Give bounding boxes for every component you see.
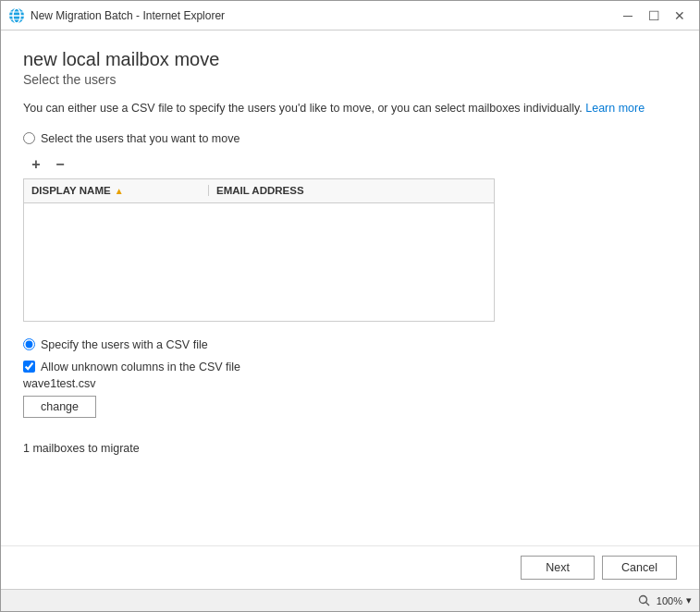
page-title: new local mailbox move xyxy=(23,49,677,70)
change-button[interactable]: change xyxy=(23,396,96,418)
table-body xyxy=(24,203,494,322)
radio-csv-label: Specify the users with a CSV file xyxy=(41,338,208,351)
col-email-address: EMAIL ADDRESS xyxy=(209,185,494,196)
next-button[interactable]: Next xyxy=(521,556,595,580)
description-text: You can either use a CSV file to specify… xyxy=(23,100,677,117)
remove-button[interactable]: − xyxy=(49,154,71,175)
mailbox-count: 1 mailboxes to migrate xyxy=(23,442,677,455)
window-controls: ─ ☐ ✕ xyxy=(616,6,692,26)
radio-select-users-option[interactable]: Select the users that you want to move xyxy=(23,132,677,145)
status-bar: 100% ▾ xyxy=(1,589,699,611)
bottom-bar: Next Cancel xyxy=(1,545,699,589)
col-display-name: DISPLAY NAME ▲ xyxy=(24,185,209,196)
description-before-link: You can either use a CSV file to specify… xyxy=(23,102,585,115)
csv-section: Allow unknown columns in the CSV file wa… xyxy=(23,361,677,418)
zoom-level xyxy=(638,594,653,606)
zoom-control: 100% ▾ xyxy=(638,594,692,606)
learn-more-link[interactable]: Learn more xyxy=(585,102,645,115)
window-title: New Migration Batch - Internet Explorer xyxy=(31,9,616,22)
table-toolbar: + − xyxy=(23,154,677,175)
radio-select-users-label: Select the users that you want to move xyxy=(41,132,239,145)
close-button[interactable]: ✕ xyxy=(668,6,692,26)
add-button[interactable]: + xyxy=(25,154,47,175)
ie-icon xyxy=(8,7,25,24)
zoom-dropdown-button[interactable]: ▾ xyxy=(686,594,692,606)
checkbox-unknown-cols[interactable] xyxy=(23,361,35,373)
page-subtitle: Select the users xyxy=(23,72,677,87)
sort-arrow-icon: ▲ xyxy=(115,186,124,196)
main-content: new local mailbox move Select the users … xyxy=(1,31,699,545)
cancel-button[interactable]: Cancel xyxy=(602,556,677,580)
svg-line-6 xyxy=(645,602,649,606)
title-bar: New Migration Batch - Internet Explorer … xyxy=(1,1,699,31)
csv-filename: wave1test.csv xyxy=(23,377,677,390)
checkbox-unknown-cols-option[interactable]: Allow unknown columns in the CSV file xyxy=(23,361,677,373)
table-header: DISPLAY NAME ▲ EMAIL ADDRESS xyxy=(24,179,494,203)
svg-point-5 xyxy=(639,595,646,603)
radio-select-users[interactable] xyxy=(23,132,35,144)
radio-csv[interactable] xyxy=(23,338,35,350)
minimize-button[interactable]: ─ xyxy=(616,6,640,26)
users-table: DISPLAY NAME ▲ EMAIL ADDRESS xyxy=(23,178,495,322)
main-window: New Migration Batch - Internet Explorer … xyxy=(0,0,700,612)
checkbox-unknown-cols-label: Allow unknown columns in the CSV file xyxy=(41,361,240,373)
zoom-percentage: 100% xyxy=(657,595,682,606)
maximize-button[interactable]: ☐ xyxy=(642,6,666,26)
radio-csv-option[interactable]: Specify the users with a CSV file xyxy=(23,338,677,351)
